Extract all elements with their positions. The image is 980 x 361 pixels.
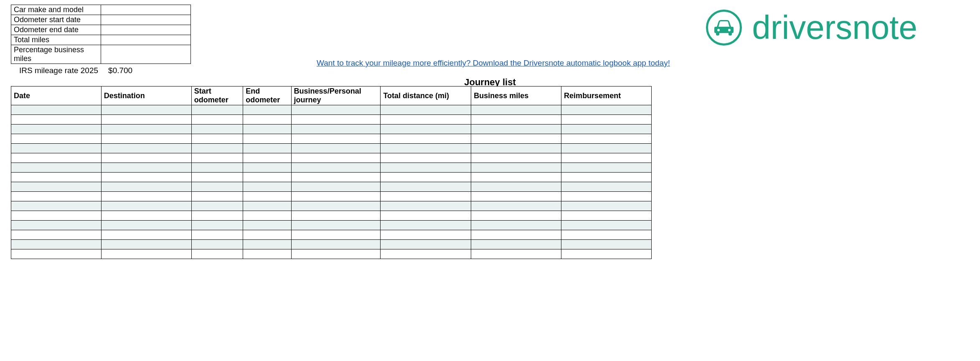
- table-cell[interactable]: [291, 221, 381, 230]
- table-cell[interactable]: [11, 221, 102, 230]
- table-cell[interactable]: [471, 125, 561, 134]
- table-cell[interactable]: [101, 192, 191, 201]
- table-cell[interactable]: [381, 134, 471, 144]
- table-cell[interactable]: [381, 201, 471, 211]
- table-cell[interactable]: [11, 134, 102, 144]
- table-cell[interactable]: [11, 211, 102, 221]
- table-cell[interactable]: [291, 144, 381, 153]
- table-cell[interactable]: [561, 240, 652, 249]
- table-cell[interactable]: [291, 134, 381, 144]
- table-cell[interactable]: [243, 221, 291, 230]
- table-cell[interactable]: [243, 192, 291, 201]
- table-cell[interactable]: [561, 105, 652, 115]
- table-cell[interactable]: [471, 221, 561, 230]
- table-cell[interactable]: [471, 249, 561, 259]
- table-cell[interactable]: [381, 221, 471, 230]
- info-value[interactable]: [101, 25, 191, 35]
- table-cell[interactable]: [471, 173, 561, 182]
- info-value[interactable]: [101, 35, 191, 45]
- table-cell[interactable]: [191, 105, 243, 115]
- table-cell[interactable]: [191, 201, 243, 211]
- table-cell[interactable]: [561, 201, 652, 211]
- table-cell[interactable]: [291, 173, 381, 182]
- table-cell[interactable]: [381, 163, 471, 173]
- table-cell[interactable]: [191, 221, 243, 230]
- table-cell[interactable]: [191, 134, 243, 144]
- table-cell[interactable]: [381, 182, 471, 192]
- table-cell[interactable]: [11, 105, 102, 115]
- table-cell[interactable]: [11, 182, 102, 192]
- table-cell[interactable]: [561, 163, 652, 173]
- table-cell[interactable]: [243, 211, 291, 221]
- table-cell[interactable]: [381, 249, 471, 259]
- table-cell[interactable]: [243, 249, 291, 259]
- table-cell[interactable]: [561, 192, 652, 201]
- table-cell[interactable]: [471, 201, 561, 211]
- table-cell[interactable]: [191, 230, 243, 240]
- table-cell[interactable]: [191, 115, 243, 125]
- table-cell[interactable]: [561, 221, 652, 230]
- table-cell[interactable]: [243, 115, 291, 125]
- table-cell[interactable]: [561, 173, 652, 182]
- table-cell[interactable]: [381, 240, 471, 249]
- table-cell[interactable]: [291, 201, 381, 211]
- table-cell[interactable]: [191, 249, 243, 259]
- table-cell[interactable]: [11, 125, 102, 134]
- table-cell[interactable]: [243, 230, 291, 240]
- table-cell[interactable]: [561, 249, 652, 259]
- table-cell[interactable]: [471, 115, 561, 125]
- table-cell[interactable]: [101, 115, 191, 125]
- table-cell[interactable]: [291, 211, 381, 221]
- table-cell[interactable]: [243, 201, 291, 211]
- table-cell[interactable]: [291, 249, 381, 259]
- table-cell[interactable]: [243, 105, 291, 115]
- table-cell[interactable]: [101, 182, 191, 192]
- table-cell[interactable]: [243, 163, 291, 173]
- table-cell[interactable]: [11, 201, 102, 211]
- table-cell[interactable]: [291, 182, 381, 192]
- table-cell[interactable]: [561, 134, 652, 144]
- table-cell[interactable]: [243, 125, 291, 134]
- table-cell[interactable]: [243, 240, 291, 249]
- table-cell[interactable]: [471, 240, 561, 249]
- table-cell[interactable]: [101, 249, 191, 259]
- table-cell[interactable]: [191, 144, 243, 153]
- table-cell[interactable]: [101, 125, 191, 134]
- table-cell[interactable]: [191, 163, 243, 173]
- table-cell[interactable]: [101, 163, 191, 173]
- table-cell[interactable]: [243, 182, 291, 192]
- table-cell[interactable]: [11, 240, 102, 249]
- table-cell[interactable]: [243, 134, 291, 144]
- table-cell[interactable]: [381, 144, 471, 153]
- table-cell[interactable]: [243, 144, 291, 153]
- table-cell[interactable]: [191, 192, 243, 201]
- table-cell[interactable]: [291, 240, 381, 249]
- table-cell[interactable]: [243, 153, 291, 163]
- table-cell[interactable]: [191, 211, 243, 221]
- table-cell[interactable]: [191, 153, 243, 163]
- table-cell[interactable]: [101, 173, 191, 182]
- table-cell[interactable]: [471, 153, 561, 163]
- table-cell[interactable]: [291, 163, 381, 173]
- table-cell[interactable]: [471, 211, 561, 221]
- table-cell[interactable]: [11, 230, 102, 240]
- table-cell[interactable]: [291, 230, 381, 240]
- table-cell[interactable]: [471, 182, 561, 192]
- table-cell[interactable]: [101, 240, 191, 249]
- table-cell[interactable]: [471, 192, 561, 201]
- table-cell[interactable]: [561, 230, 652, 240]
- table-cell[interactable]: [101, 211, 191, 221]
- table-cell[interactable]: [471, 163, 561, 173]
- table-cell[interactable]: [471, 134, 561, 144]
- table-cell[interactable]: [381, 105, 471, 115]
- info-value[interactable]: [101, 5, 191, 15]
- table-cell[interactable]: [11, 163, 102, 173]
- promo-link[interactable]: Want to track your mileage more efficien…: [317, 58, 670, 68]
- table-cell[interactable]: [11, 192, 102, 201]
- table-cell[interactable]: [101, 201, 191, 211]
- table-cell[interactable]: [191, 182, 243, 192]
- table-cell[interactable]: [381, 173, 471, 182]
- table-cell[interactable]: [11, 144, 102, 153]
- table-cell[interactable]: [561, 144, 652, 153]
- table-cell[interactable]: [191, 240, 243, 249]
